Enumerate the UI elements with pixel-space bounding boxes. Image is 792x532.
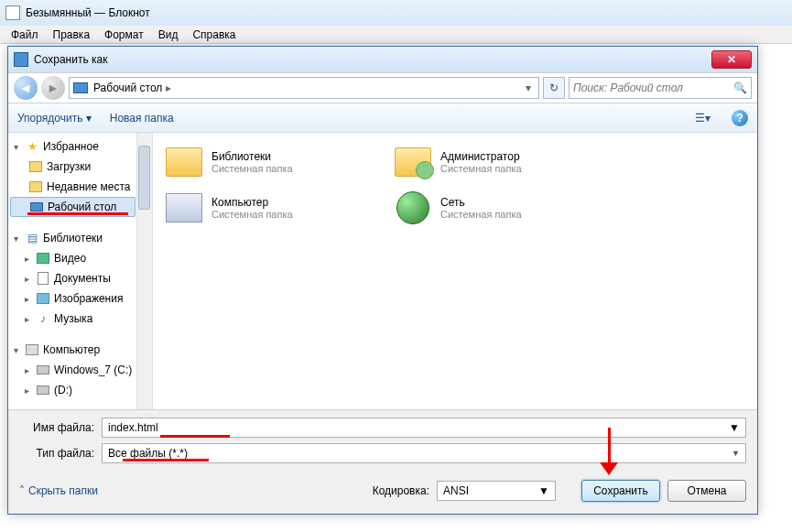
dialog-title-text: Сохранить как (34, 53, 107, 66)
tree-downloads[interactable]: Загрузки (8, 157, 152, 177)
music-icon: ♪ (36, 311, 50, 326)
filetype-value: Все файлы (*.*) (108, 447, 188, 460)
filetype-dropdown-icon: ▼ (732, 449, 740, 458)
forward-button[interactable]: ► (41, 76, 65, 100)
help-button[interactable]: ? (732, 110, 748, 126)
address-box[interactable]: Рабочий стол ▸ ▾ (69, 77, 539, 99)
dialog-footer: Имя файла: index.html ▼ Тип файла: Все ф… (8, 409, 757, 505)
network-icon (396, 191, 429, 224)
tree-libraries[interactable]: ▾▤Библиотеки (8, 228, 152, 248)
save-button[interactable]: Сохранить (581, 480, 660, 502)
encoding-dropdown[interactable]: ANSI ▼ (437, 481, 556, 501)
title-text: Безымянный — Блокнот (26, 6, 150, 19)
breadcrumb-sep[interactable]: ▸ (162, 81, 175, 94)
tree-pictures[interactable]: ▸Изображения (8, 288, 152, 309)
dialog-titlebar: Сохранить как ✕ (8, 47, 757, 72)
tree-documents[interactable]: ▸Документы (8, 268, 152, 288)
desktop-icon (73, 82, 88, 93)
encoding-dropdown-icon: ▼ (538, 484, 549, 497)
address-bar-row: ◄ ► Рабочий стол ▸ ▾ ↻ 🔍 (8, 72, 757, 103)
new-folder-button[interactable]: Новая папка (110, 112, 174, 125)
tree-computer[interactable]: ▾Компьютер (8, 340, 152, 360)
filename-label: Имя файла: (19, 421, 102, 434)
nav-tree: ▾★Избранное Загрузки Недавние места Рабо… (8, 133, 153, 409)
encoding-label: Кодировка: (373, 484, 437, 497)
item-network[interactable]: СетьСистемная папка (393, 190, 594, 226)
cancel-button[interactable]: Отмена (667, 480, 746, 502)
desktop-icon (30, 202, 43, 212)
file-list[interactable]: БиблиотекиСистемная папка АдминистраторС… (153, 133, 757, 409)
tree-favorites[interactable]: ▾★Избранное (8, 136, 152, 157)
dialog-icon (14, 52, 28, 67)
view-options-button[interactable]: ☰▾ (691, 108, 713, 128)
item-computer[interactable]: КомпьютерСистемная папка (164, 190, 365, 226)
menu-format[interactable]: Формат (97, 27, 151, 43)
back-button[interactable]: ◄ (14, 76, 38, 100)
item-admin[interactable]: АдминистраторСистемная папка (393, 144, 594, 180)
search-icon: 🔍 (733, 81, 747, 94)
menu-help[interactable]: Справка (185, 27, 243, 43)
filetype-label: Тип файла: (19, 447, 102, 460)
notepad-icon (5, 5, 20, 20)
close-button[interactable]: ✕ (711, 50, 752, 69)
save-as-dialog: Сохранить как ✕ ◄ ► Рабочий стол ▸ ▾ ↻ 🔍… (7, 46, 758, 515)
computer-icon (26, 344, 38, 355)
filename-value: index.html (108, 421, 158, 434)
tree-music[interactable]: ▸♪Музыка (8, 309, 152, 329)
filename-input[interactable]: index.html ▼ (102, 418, 746, 438)
menu-file[interactable]: Файл (4, 27, 46, 43)
item-libraries[interactable]: БиблиотекиСистемная папка (164, 144, 365, 180)
filetype-dropdown[interactable]: Все файлы (*.*) ▼ (102, 443, 746, 463)
hide-folders-link[interactable]: ˄ Скрыть папки (19, 484, 98, 497)
tree-drive-d[interactable]: ▸(D:) (8, 380, 152, 400)
main-window-title: Безымянный — Блокнот (0, 0, 792, 26)
tree-video[interactable]: ▸Видео (8, 248, 152, 268)
toolbar: Упорядочить ▾ Новая папка ☰▾ ? (8, 103, 757, 133)
encoding-value: ANSI (443, 484, 469, 497)
filename-dropdown-icon[interactable]: ▼ (729, 421, 740, 434)
organize-button[interactable]: Упорядочить ▾ (17, 112, 92, 125)
menu-view[interactable]: Вид (151, 27, 186, 43)
document-icon (38, 272, 49, 285)
search-box[interactable]: 🔍 (569, 77, 752, 99)
search-input[interactable] (573, 81, 729, 94)
refresh-button[interactable]: ↻ (543, 77, 565, 99)
folder-icon (29, 161, 42, 172)
folder-icon (29, 181, 42, 192)
pictures-icon (37, 293, 49, 304)
address-location: Рабочий стол (93, 81, 162, 94)
drive-icon (37, 365, 49, 375)
chevron-up-icon: ˄ (19, 484, 25, 497)
video-icon (37, 253, 49, 264)
tree-recent[interactable]: Недавние места (8, 177, 152, 197)
scrollbar-thumb[interactable] (138, 146, 150, 210)
tree-drive-c[interactable]: ▸Windows_7 (C:) (8, 360, 152, 380)
star-icon: ★ (25, 139, 39, 154)
user-folder-icon (395, 147, 431, 177)
address-dropdown-icon[interactable]: ▾ (522, 81, 535, 94)
libraries-folder-icon (166, 147, 202, 177)
tree-desktop[interactable]: Рабочий стол (10, 197, 136, 217)
menubar: Файл Правка Формат Вид Справка (0, 26, 792, 44)
menu-edit[interactable]: Правка (46, 27, 98, 43)
drive-icon (37, 385, 49, 395)
libraries-icon: ▤ (25, 231, 39, 245)
computer-icon (166, 193, 202, 223)
